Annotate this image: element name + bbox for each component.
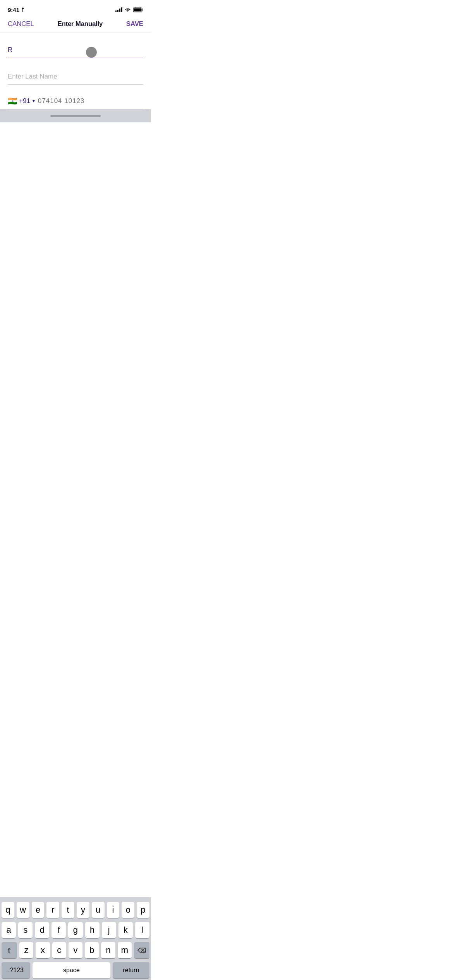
first-name-wrapper	[8, 44, 143, 58]
nav-bar: CANCEL Enter Manually SAVE	[0, 17, 151, 33]
page-title: Enter Manually	[57, 20, 103, 28]
cancel-button[interactable]: CANCEL	[8, 20, 34, 28]
form-area: 🇮🇳 +91 ▾	[0, 33, 151, 109]
chevron-down-icon: ▾	[33, 98, 35, 104]
last-name-input[interactable]	[8, 70, 143, 85]
status-bar: 9:41	[0, 0, 151, 17]
svg-rect-2	[142, 9, 143, 11]
time-text: 9:41	[8, 7, 19, 13]
last-name-wrapper	[8, 70, 143, 85]
country-code: +91	[19, 97, 30, 105]
status-icons	[115, 7, 143, 12]
save-button[interactable]: SAVE	[126, 20, 143, 28]
country-code-selector[interactable]: 🇮🇳 +91 ▾	[8, 97, 35, 105]
cursor-handle	[86, 47, 97, 58]
signal-icon	[115, 7, 122, 12]
battery-icon	[133, 7, 143, 12]
status-time: 9:41	[8, 7, 25, 13]
wifi-icon	[125, 7, 131, 12]
phone-number-input[interactable]	[38, 97, 143, 105]
svg-rect-1	[134, 8, 142, 11]
country-flag: 🇮🇳	[8, 97, 17, 105]
first-name-input[interactable]	[8, 44, 143, 58]
home-bar	[50, 115, 101, 117]
phone-field-wrapper: 🇮🇳 +91 ▾	[8, 97, 143, 109]
location-icon	[21, 7, 25, 12]
home-indicator	[0, 109, 151, 122]
